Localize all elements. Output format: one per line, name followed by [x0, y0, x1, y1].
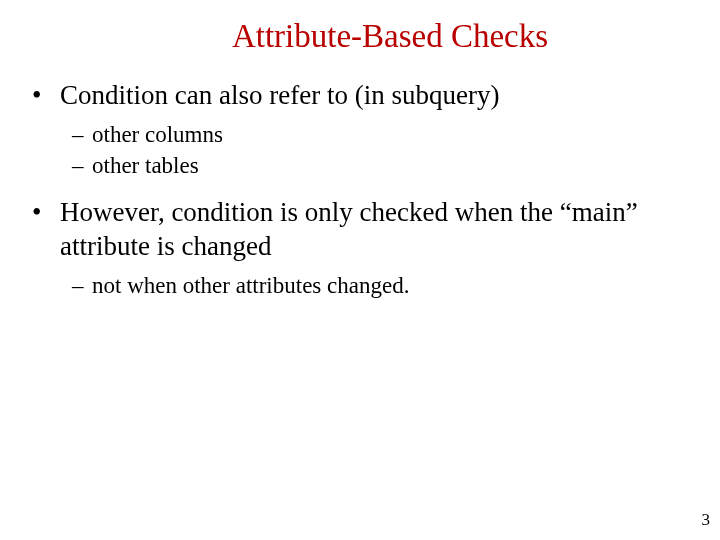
- sub-bullet-text: other columns: [92, 121, 223, 150]
- dash-marker-icon: –: [72, 121, 92, 149]
- sub-bullet-text: other tables: [92, 152, 199, 181]
- bullet-marker-icon: •: [32, 79, 60, 111]
- slide-title: Attribute-Based Checks: [28, 18, 692, 55]
- content-area: • Condition can also refer to (in subque…: [28, 79, 692, 301]
- bullet-text: Condition can also refer to (in subquery…: [60, 79, 499, 113]
- bullet-item: • Condition can also refer to (in subque…: [32, 79, 692, 113]
- bullet-item: • However, condition is only checked whe…: [32, 196, 692, 264]
- slide: Attribute-Based Checks • Condition can a…: [0, 0, 720, 540]
- bullet-marker-icon: •: [32, 196, 60, 228]
- bullet-text: However, condition is only checked when …: [60, 196, 692, 264]
- dash-marker-icon: –: [72, 272, 92, 300]
- dash-marker-icon: –: [72, 152, 92, 180]
- sub-bullet-item: – other columns: [72, 121, 692, 150]
- sub-bullet-text: not when other attributes changed.: [92, 272, 409, 301]
- sub-bullet-item: – not when other attributes changed.: [72, 272, 692, 301]
- sub-bullet-item: – other tables: [72, 152, 692, 181]
- page-number: 3: [702, 510, 711, 530]
